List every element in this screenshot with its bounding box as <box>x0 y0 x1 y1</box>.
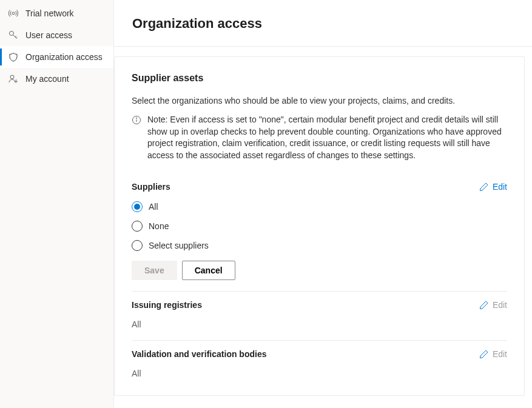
issuing-registries-header: Issuing registries Edit <box>132 300 507 310</box>
issuing-registries-title: Issuing registries <box>132 300 202 310</box>
vvb-title: Validation and verification bodies <box>132 349 267 359</box>
sidebar-item-organization-access[interactable]: Organization access <box>0 46 113 68</box>
svg-point-3 <box>16 81 17 82</box>
edit-issuing-registries-link[interactable]: Edit <box>479 300 507 310</box>
edit-label: Edit <box>493 349 507 359</box>
card-description: Select the organizations who should be a… <box>132 96 507 105</box>
supplier-assets-card: Supplier assets Select the organizations… <box>114 56 525 396</box>
sidebar-item-my-account[interactable]: My account <box>0 68 113 90</box>
suppliers-header: Suppliers Edit <box>132 182 507 192</box>
svg-point-2 <box>10 75 14 79</box>
issuing-registries-value: All <box>132 319 507 329</box>
main-content: Organization access Supplier assets Sele… <box>114 0 532 408</box>
edit-label: Edit <box>493 300 507 310</box>
key-icon <box>8 30 18 40</box>
radio-option-none[interactable]: None <box>132 221 507 232</box>
pencil-icon <box>479 300 489 310</box>
person-icon <box>8 74 18 84</box>
issuing-registries-section: Issuing registries Edit All <box>132 291 507 340</box>
sidebar: Trial network User access Organization a… <box>0 0 114 408</box>
suppliers-button-row: Save Cancel <box>132 261 507 280</box>
card-title: Supplier assets <box>132 73 507 84</box>
cancel-button[interactable]: Cancel <box>182 261 235 280</box>
edit-suppliers-link[interactable]: Edit <box>479 182 507 192</box>
suppliers-radio-group: All None Select suppliers <box>132 201 507 251</box>
radio-label: All <box>149 202 158 212</box>
sidebar-item-label: User access <box>25 30 72 40</box>
sidebar-item-user-access[interactable]: User access <box>0 24 113 46</box>
vvb-header: Validation and verification bodies Edit <box>132 349 507 359</box>
svg-point-0 <box>12 12 15 15</box>
radio-circle <box>132 201 143 212</box>
edit-vvb-link[interactable]: Edit <box>479 349 507 359</box>
save-button[interactable]: Save <box>132 261 177 280</box>
sidebar-item-label: Trial network <box>25 8 74 18</box>
pencil-icon <box>479 182 489 192</box>
suppliers-title: Suppliers <box>132 182 170 192</box>
note-text: Note: Even if access is set to "none", c… <box>147 114 507 161</box>
edit-label: Edit <box>493 182 507 192</box>
radio-circle <box>132 221 143 232</box>
radio-label: Select suppliers <box>149 241 209 250</box>
radio-option-select-suppliers[interactable]: Select suppliers <box>132 240 507 251</box>
shield-icon <box>8 52 18 62</box>
pencil-icon <box>479 349 489 359</box>
sidebar-item-label: My account <box>25 74 69 84</box>
sidebar-item-label: Organization access <box>25 52 103 62</box>
radio-label: None <box>149 221 169 231</box>
vvb-section: Validation and verification bodies Edit … <box>132 340 507 389</box>
page-title: Organization access <box>132 16 514 32</box>
radio-circle <box>132 240 143 251</box>
svg-point-1 <box>10 32 14 36</box>
broadcast-icon <box>8 8 18 18</box>
info-icon <box>132 115 141 127</box>
suppliers-section: Suppliers Edit All None <box>132 173 507 291</box>
note-row: Note: Even if access is set to "none", c… <box>132 114 507 161</box>
page-header: Organization access <box>114 0 532 47</box>
sidebar-item-trial-network[interactable]: Trial network <box>0 2 113 24</box>
svg-point-6 <box>136 118 136 118</box>
radio-option-all[interactable]: All <box>132 201 507 212</box>
vvb-value: All <box>132 369 507 378</box>
